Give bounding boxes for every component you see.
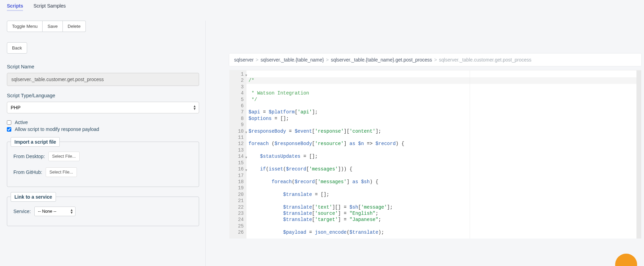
active-checkbox[interactable]: [7, 120, 11, 125]
tabs: Scripts Script Samples: [0, 0, 644, 11]
gutter-line: 2: [232, 77, 244, 84]
breadcrumb-item[interactable]: sqlserver._table.{table_name}.get.post_p…: [331, 57, 432, 63]
gutter-line: 7: [232, 109, 244, 115]
gutter-line: 8: [232, 115, 244, 122]
script-type-select[interactable]: PHP: [7, 102, 199, 113]
gutter-line: 19: [232, 185, 244, 191]
breadcrumb: sqlserver > sqlserver._table.{table_name…: [229, 54, 641, 66]
editor-scrollbar[interactable]: [636, 70, 641, 239]
link-fieldset: Link to a service Service: -- None -- ▲▼: [7, 197, 199, 226]
editor-margin-line: [470, 70, 470, 239]
code-editor[interactable]: 1▼2345678910▼11121314▼1516▼1718192021222…: [229, 70, 641, 239]
code-body[interactable]: /* * Watson Integration */ $api = $platf…: [246, 70, 641, 239]
active-row: Active: [7, 120, 199, 125]
allow-modify-row: Allow script to modify response payload: [7, 126, 199, 132]
script-type-label: Script Type/Language: [7, 93, 199, 98]
toggle-menu-button[interactable]: Toggle Menu: [7, 21, 43, 32]
gutter-line: 12: [232, 141, 244, 147]
gutter-line: 1▼: [232, 71, 244, 77]
from-github-row: From GitHub: Select File...: [13, 167, 193, 177]
back-button[interactable]: Back: [7, 42, 27, 54]
script-name-input[interactable]: [7, 73, 199, 86]
fold-marker-icon[interactable]: ▼: [245, 167, 247, 174]
fab-button[interactable]: [615, 254, 637, 266]
gutter-line: 11: [232, 134, 244, 141]
breadcrumb-separator: >: [256, 57, 258, 63]
gutter-line: 18: [232, 179, 244, 185]
left-panel: Toggle Menu Save Delete Back Script Name…: [7, 21, 199, 226]
gutter-line: 25: [232, 223, 244, 229]
tab-script-samples[interactable]: Script Samples: [33, 2, 66, 11]
script-type-select-wrap: PHP ▲▼: [7, 102, 199, 113]
breadcrumb-separator: >: [326, 57, 329, 63]
import-fieldset: Import a script file From Desktop: Selec…: [7, 142, 199, 187]
gutter-line: 14▼: [232, 153, 244, 159]
gutter-line: 23: [232, 210, 244, 217]
import-legend: Import a script file: [11, 137, 60, 147]
service-label: Service:: [13, 209, 31, 214]
gutter-line: 22: [232, 204, 244, 210]
breadcrumb-item[interactable]: sqlserver: [234, 57, 254, 63]
gutter-line: 20: [232, 191, 244, 198]
breadcrumb-separator: >: [434, 57, 437, 63]
gutter-line: 16▼: [232, 166, 244, 172]
select-file-github-button[interactable]: Select File...: [46, 167, 77, 177]
service-select[interactable]: -- None --: [34, 207, 76, 216]
from-desktop-row: From Desktop: Select File...: [13, 152, 193, 161]
allow-modify-checkbox[interactable]: [7, 127, 11, 132]
vertical-divider: [205, 21, 206, 266]
gutter-line: 3: [232, 84, 244, 90]
gutter-line: 5: [232, 97, 244, 103]
link-legend: Link to a service: [11, 192, 56, 202]
from-desktop-label: From Desktop:: [13, 154, 45, 159]
breadcrumb-item[interactable]: sqlserver._table.{table_name}: [261, 57, 324, 63]
gutter-line: 10▼: [232, 128, 244, 134]
gutter-line: 13: [232, 147, 244, 153]
delete-button[interactable]: Delete: [63, 21, 86, 32]
save-button[interactable]: Save: [43, 21, 63, 32]
breadcrumb-item-current: sqlserver._table.customer.get.post_proce…: [439, 57, 531, 63]
fold-marker-icon[interactable]: ▼: [245, 155, 247, 161]
service-row: Service: -- None -- ▲▼: [13, 207, 193, 216]
fold-marker-icon[interactable]: ▼: [245, 130, 247, 136]
from-github-label: From GitHub:: [13, 169, 42, 175]
gutter-line: 9: [232, 122, 244, 128]
active-label: Active: [15, 120, 28, 125]
fold-marker-icon[interactable]: ▼: [245, 73, 247, 79]
tab-scripts[interactable]: Scripts: [7, 2, 23, 11]
gutter: 1▼2345678910▼11121314▼1516▼1718192021222…: [229, 70, 246, 239]
right-panel: sqlserver > sqlserver._table.{table_name…: [229, 54, 641, 239]
gutter-line: 17: [232, 173, 244, 179]
toolbar: Toggle Menu Save Delete: [7, 21, 199, 32]
gutter-line: 26: [232, 229, 244, 235]
gutter-line: 21: [232, 198, 244, 204]
select-file-desktop-button[interactable]: Select File...: [48, 152, 80, 161]
gutter-line: 4: [232, 90, 244, 96]
allow-modify-label: Allow script to modify response payload: [15, 126, 99, 132]
gutter-line: 15: [232, 160, 244, 166]
script-name-label: Script Name: [7, 64, 199, 69]
gutter-line: 6: [232, 103, 244, 109]
gutter-line: 24: [232, 217, 244, 223]
